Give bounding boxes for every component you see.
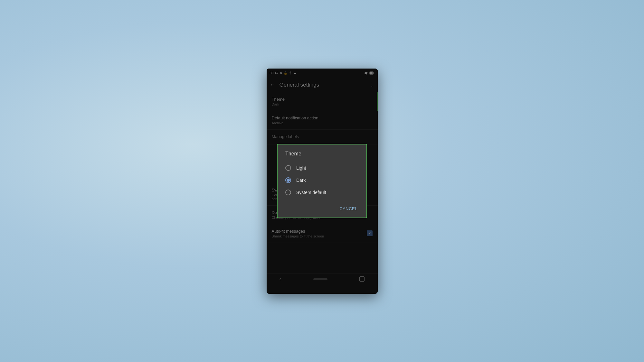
radio-dark-indicator [285, 177, 291, 183]
radio-option-system-default[interactable]: System default [278, 186, 366, 199]
radio-option-dark[interactable]: Dark [278, 174, 366, 186]
radio-light-indicator [285, 165, 291, 171]
cancel-button[interactable]: Cancel [336, 204, 361, 214]
dialog-overlay: Theme Light Dark System default C [267, 69, 378, 294]
dialog-title: Theme [278, 151, 366, 162]
radio-dark-label: Dark [296, 178, 306, 183]
theme-dialog: Theme Light Dark System default C [277, 144, 367, 218]
radio-option-light[interactable]: Light [278, 162, 366, 174]
radio-light-label: Light [296, 165, 306, 171]
phone-frame: 09:47 ⚙ 🔒 📍 ☁ [267, 69, 378, 294]
dialog-actions: Cancel [278, 201, 366, 215]
radio-system-indicator [285, 190, 291, 195]
radio-system-label: System default [296, 190, 326, 195]
